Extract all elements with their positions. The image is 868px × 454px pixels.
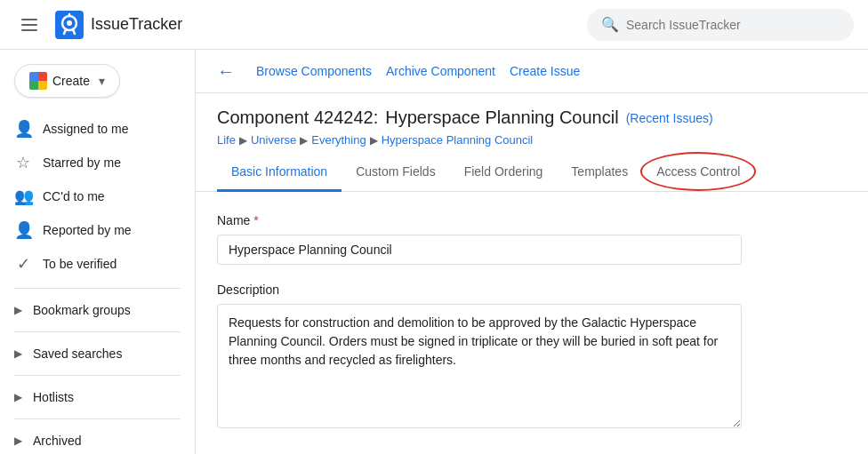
breadcrumb-sep-3: ▶ [370, 134, 378, 147]
breadcrumb-council[interactable]: Hyperspace Planning Council [382, 133, 534, 147]
breadcrumb-sep-1: ▶ [239, 134, 247, 147]
name-input[interactable] [217, 235, 742, 265]
search-box[interactable]: 🔍 [587, 9, 854, 41]
search-input[interactable] [626, 18, 822, 32]
main-layout: Create ▾ 👤 Assigned to me ☆ Starred by m… [0, 50, 868, 454]
nav-bar: ← Browse Components Archive Component Cr… [196, 50, 868, 93]
expand-icon: ▶ [14, 434, 22, 447]
search-icon: 🔍 [601, 16, 619, 33]
sidebar-item-hotlists[interactable]: ▶ Hotlists [0, 383, 195, 411]
check-icon: ✓ [14, 254, 32, 274]
name-field: Name * [217, 213, 847, 265]
create-issue-link[interactable]: Create Issue [502, 60, 587, 82]
sidebar-label: To be verified [43, 257, 117, 271]
expand-icon: ▶ [14, 347, 22, 360]
expand-icon: ▶ [14, 391, 22, 403]
component-header: Component 424242: Hyperspace Planning Co… [196, 93, 868, 147]
sidebar-label: Hotlists [33, 390, 74, 404]
svg-point-5 [67, 20, 72, 26]
description-textarea[interactable] [217, 304, 742, 428]
sidebar-divider-1 [14, 288, 181, 289]
sidebar-item-reported-by-me[interactable]: 👤 Reported by me [0, 213, 188, 247]
sidebar-item-ccd-to-me[interactable]: 👥 CC'd to me [0, 179, 188, 213]
browse-components-link[interactable]: Browse Components [249, 60, 379, 82]
form-area: Name * Description [196, 192, 868, 454]
name-label: Name * [217, 213, 847, 227]
sidebar-item-saved-searches[interactable]: ▶ Saved searches [0, 339, 195, 368]
content-area: ← Browse Components Archive Component Cr… [196, 50, 868, 454]
breadcrumb-life[interactable]: Life [217, 133, 236, 147]
logo-icon [55, 11, 84, 39]
create-plus-icon [29, 72, 47, 90]
archive-component-link[interactable]: Archive Component [379, 60, 502, 82]
sidebar-label: Starred by me [43, 155, 121, 170]
recent-issues-link[interactable]: (Recent Issues) [626, 111, 713, 125]
sidebar-label: Archived [33, 434, 81, 448]
sidebar-label: CC'd to me [43, 189, 105, 203]
sidebar-item-assigned-to-me[interactable]: 👤 Assigned to me [0, 112, 188, 146]
back-button[interactable]: ← [217, 61, 235, 82]
report-icon: 👤 [14, 220, 32, 240]
breadcrumb-universe[interactable]: Universe [251, 133, 296, 147]
sidebar-divider-4 [14, 418, 181, 419]
sidebar-item-starred-by-me[interactable]: ☆ Starred by me [0, 146, 188, 179]
create-label: Create [52, 74, 90, 88]
sidebar-label: Assigned to me [43, 122, 129, 136]
sidebar-label: Bookmark groups [33, 303, 131, 317]
required-star: * [253, 213, 258, 227]
star-icon: ☆ [14, 153, 32, 172]
tab-access-control[interactable]: Access Control [642, 154, 754, 192]
create-dropdown-icon: ▾ [99, 74, 105, 88]
sidebar-label: Saved searches [33, 346, 122, 361]
tab-basic-information[interactable]: Basic Information [217, 154, 342, 192]
breadcrumb-everything[interactable]: Everything [311, 133, 366, 147]
description-field: Description [217, 283, 847, 431]
topbar: IssueTracker 🔍 [0, 0, 868, 50]
group-icon: 👥 [14, 187, 32, 206]
breadcrumb: Life ▶ Universe ▶ Everything ▶ Hyperspac… [217, 128, 847, 147]
create-button[interactable]: Create ▾ [14, 64, 120, 98]
expand-icon: ▶ [14, 304, 22, 316]
component-title-name: Hyperspace Planning Council [385, 108, 618, 128]
tab-field-ordering[interactable]: Field Ordering [450, 154, 558, 192]
sidebar-item-bookmark-groups[interactable]: ▶ Bookmark groups [0, 296, 195, 324]
tab-custom-fields[interactable]: Custom Fields [342, 154, 449, 192]
sidebar-divider-3 [14, 375, 181, 376]
sidebar-label: Reported by me [43, 223, 132, 237]
sidebar-item-to-be-verified[interactable]: ✓ To be verified [0, 247, 188, 281]
breadcrumb-sep-2: ▶ [300, 134, 308, 147]
app-logo[interactable]: IssueTracker [55, 11, 182, 39]
create-button-container: Create ▾ [0, 57, 195, 112]
menu-icon[interactable] [14, 12, 44, 38]
sidebar-divider-2 [14, 331, 181, 332]
description-label: Description [217, 283, 847, 297]
component-title: Component 424242: Hyperspace Planning Co… [217, 108, 847, 128]
tab-templates[interactable]: Templates [557, 154, 642, 192]
sidebar: Create ▾ 👤 Assigned to me ☆ Starred by m… [0, 50, 196, 454]
sidebar-item-archived[interactable]: ▶ Archived [0, 426, 195, 454]
person-icon: 👤 [14, 119, 32, 139]
component-title-prefix: Component 424242: [217, 108, 378, 128]
tabs: Basic Information Custom Fields Field Or… [196, 154, 868, 192]
app-title: IssueTracker [91, 15, 182, 34]
